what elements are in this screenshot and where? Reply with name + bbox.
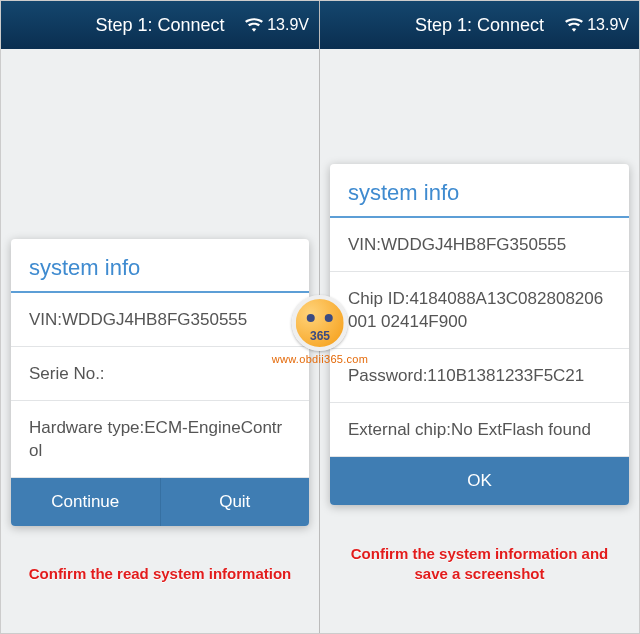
pane-right: Step 1: Connect 13.9V system info VIN:WD…	[320, 1, 639, 633]
dialog-title: system info	[11, 239, 309, 293]
info-serie: Serie No.:	[11, 347, 309, 401]
system-info-dialog: system info VIN:WDDGJ4HB8FG350555 Serie …	[11, 239, 309, 526]
header: Step 1: Connect 13.9V	[1, 1, 319, 49]
info-vin: VIN:WDDGJ4HB8FG350555	[11, 293, 309, 347]
info-hardware: Hardware type:ECM-EngineControl	[11, 401, 309, 478]
caption: Confirm the read system information	[1, 564, 319, 584]
system-info-dialog: system info VIN:WDDGJ4HB8FG350555 Chip I…	[330, 164, 629, 505]
quit-button[interactable]: Quit	[161, 478, 310, 526]
info-password: Password:110B1381233F5C21	[330, 349, 629, 403]
voltage-indicator: 13.9V	[245, 1, 309, 49]
button-bar: Continue Quit	[11, 478, 309, 526]
ok-button[interactable]: OK	[330, 457, 629, 505]
voltage-value: 13.9V	[587, 16, 629, 34]
voltage-indicator: 13.9V	[565, 1, 629, 49]
caption: Confirm the system information and save …	[320, 544, 639, 583]
dialog-title: system info	[330, 164, 629, 218]
info-chipid: Chip ID:4184088A13C082808206001 02414F90…	[330, 272, 629, 349]
header-title: Step 1: Connect	[95, 15, 224, 36]
split-container: Step 1: Connect 13.9V system info VIN:WD…	[0, 0, 640, 634]
info-vin: VIN:WDDGJ4HB8FG350555	[330, 218, 629, 272]
info-extchip: External chip:No ExtFlash found	[330, 403, 629, 457]
header: Step 1: Connect 13.9V	[320, 1, 639, 49]
voltage-value: 13.9V	[267, 16, 309, 34]
wifi-icon	[245, 18, 263, 32]
pane-left: Step 1: Connect 13.9V system info VIN:WD…	[1, 1, 320, 633]
wifi-icon	[565, 18, 583, 32]
continue-button[interactable]: Continue	[11, 478, 161, 526]
header-title: Step 1: Connect	[415, 15, 544, 36]
